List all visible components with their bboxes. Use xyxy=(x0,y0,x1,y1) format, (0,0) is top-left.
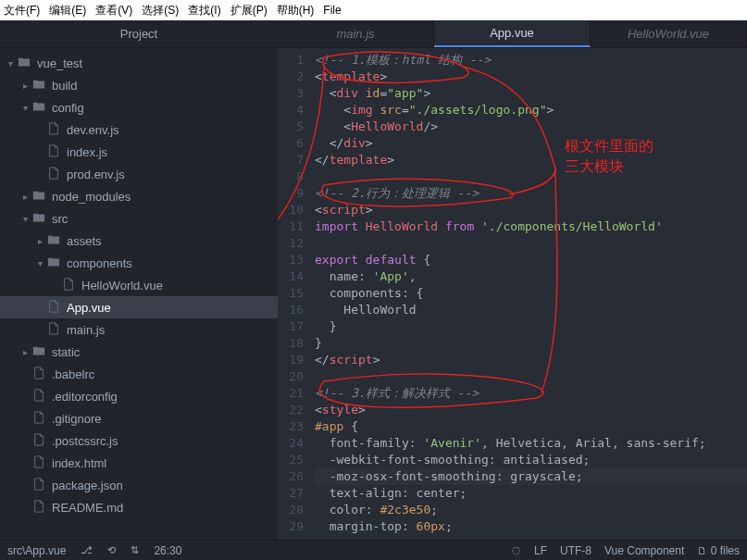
tree-file[interactable]: index.html xyxy=(0,452,278,474)
code-line[interactable]: name: 'App', xyxy=(315,268,747,285)
code-content[interactable]: <!-- 1.模板：html 结构 --><template> <div id=… xyxy=(315,48,747,540)
code-line[interactable]: <HelloWorld/> xyxy=(315,118,747,135)
chevron-icon[interactable] xyxy=(19,436,31,446)
code-line[interactable]: } xyxy=(315,318,747,335)
menu-item[interactable]: 查找(I) xyxy=(188,3,220,19)
code-line[interactable]: <img src="./assets/logo.png"> xyxy=(315,102,747,118)
code-line[interactable]: <template> xyxy=(315,68,747,85)
menu-item[interactable]: 扩展(P) xyxy=(230,3,268,19)
tree-file[interactable]: .babelrc xyxy=(0,363,278,385)
chevron-icon[interactable] xyxy=(19,103,31,113)
chevron-icon[interactable] xyxy=(19,369,31,380)
code-line[interactable]: <!-- 1.模板：html 结构 --> xyxy=(315,52,747,68)
code-line[interactable]: text-align: center; xyxy=(315,485,747,502)
editor-tab[interactable]: HelloWorld.vue xyxy=(591,20,747,47)
code-line[interactable]: </div> xyxy=(315,135,747,152)
chevron-icon[interactable] xyxy=(19,81,31,91)
chevron-icon[interactable] xyxy=(33,325,46,335)
file-tree[interactable]: vue_testbuildconfig dev.env.js index.js … xyxy=(0,48,278,540)
chevron-icon[interactable] xyxy=(33,147,46,157)
editor-tab[interactable]: App.vue xyxy=(434,20,591,47)
chevron-icon[interactable] xyxy=(19,414,31,424)
tree-file[interactable]: dev.env.js xyxy=(0,118,278,141)
file-icon xyxy=(31,455,46,471)
tree-file[interactable]: package.json xyxy=(0,474,278,496)
code-line[interactable]: export default { xyxy=(315,252,747,268)
tree-file[interactable]: prod.env.js xyxy=(0,163,278,185)
tree-folder[interactable]: components xyxy=(0,252,278,274)
tree-folder[interactable]: vue_test xyxy=(0,52,278,74)
code-line[interactable]: font-family: 'Avenir', Helvetica, Arial,… xyxy=(315,435,747,452)
code-line[interactable]: HelloWorld xyxy=(315,302,747,318)
tree-file[interactable]: README.md xyxy=(0,496,278,518)
menu-item[interactable]: 查看(V) xyxy=(95,3,132,19)
tree-file[interactable]: .gitignore xyxy=(0,407,278,429)
code-line[interactable]: import HelloWorld from './components/Hel… xyxy=(315,218,747,235)
code-line[interactable]: <!-- 2.行为：处理逻辑 --> xyxy=(315,185,747,202)
code-line[interactable]: -moz-osx-font-smoothing: grayscale; xyxy=(315,468,747,485)
chevron-icon[interactable] xyxy=(33,125,46,135)
chevron-icon[interactable] xyxy=(19,347,31,357)
tree-file[interactable]: .postcssrc.js xyxy=(0,429,278,452)
chevron-icon[interactable] xyxy=(33,258,46,268)
code-line[interactable]: -webkit-font-smoothing: antialiased; xyxy=(315,452,747,468)
code-line[interactable]: <style> xyxy=(315,402,747,418)
code-line[interactable]: color: #2c3e50; xyxy=(315,502,747,518)
sync-icon[interactable]: ⟲ xyxy=(107,544,116,556)
code-line[interactable]: #app { xyxy=(315,418,747,435)
tree-folder[interactable]: static xyxy=(0,341,278,363)
tree-file[interactable]: .editorconfig xyxy=(0,385,278,407)
diff-icon[interactable]: ⇅ xyxy=(131,544,139,556)
status-lf[interactable]: LF xyxy=(534,544,547,557)
status-lang[interactable]: Vue Component xyxy=(604,544,684,557)
code-line[interactable] xyxy=(315,368,747,385)
tree-folder[interactable]: config xyxy=(0,96,278,118)
chevron-icon[interactable] xyxy=(19,214,31,224)
menu-item[interactable]: 选择(S) xyxy=(142,3,179,19)
branch-icon[interactable]: ⎇ xyxy=(81,544,93,556)
tree-folder[interactable]: node_modules xyxy=(0,185,278,207)
github-icon[interactable]: ◌ xyxy=(512,544,521,556)
tree-folder[interactable]: assets xyxy=(0,230,278,252)
chevron-icon[interactable] xyxy=(33,236,46,246)
code-line[interactable]: <script> xyxy=(315,202,747,218)
chevron-icon[interactable] xyxy=(19,458,31,468)
menu-item[interactable]: 帮助(H) xyxy=(277,3,315,19)
folder-icon xyxy=(17,56,31,71)
menu-item[interactable]: 编辑(E) xyxy=(49,3,86,19)
code-line[interactable]: components: { xyxy=(315,285,747,302)
chevron-icon[interactable] xyxy=(19,192,31,202)
tree-file[interactable]: index.js xyxy=(0,141,278,163)
menu-item[interactable]: File xyxy=(323,4,341,17)
tree-folder[interactable]: build xyxy=(0,74,278,96)
code-line[interactable]: } xyxy=(315,335,747,352)
file-icon xyxy=(31,367,46,382)
status-files[interactable]: 🗋 0 files xyxy=(697,544,740,557)
chevron-icon[interactable] xyxy=(19,392,31,402)
tree-file[interactable]: main.js xyxy=(0,318,278,341)
chevron-icon[interactable] xyxy=(48,280,61,291)
tree-item-label: .postcssrc.js xyxy=(52,434,118,448)
code-line[interactable]: <div id="app"> xyxy=(315,85,747,102)
status-encoding[interactable]: UTF-8 xyxy=(560,544,591,557)
tree-file[interactable]: App.vue xyxy=(0,296,278,318)
code-line[interactable]: </script> xyxy=(315,352,747,368)
chevron-icon[interactable] xyxy=(19,503,31,513)
code-area[interactable]: 1234567891011121314151617181920212223242… xyxy=(278,48,747,540)
menubar: 文件(F)编辑(E)查看(V)选择(S)查找(I)扩展(P)帮助(H)File xyxy=(0,0,747,20)
file-icon xyxy=(46,144,61,160)
code-line[interactable] xyxy=(315,168,747,185)
code-line[interactable]: margin-top: 60px; xyxy=(315,518,747,535)
chevron-icon[interactable] xyxy=(33,303,46,313)
editor-tab[interactable]: main.js xyxy=(278,20,434,47)
code-line[interactable] xyxy=(315,235,747,252)
code-line[interactable]: </template> xyxy=(315,152,747,168)
tree-file[interactable]: HelloWorld.vue xyxy=(0,274,278,296)
tree-item-label: src xyxy=(52,212,68,226)
menu-item[interactable]: 文件(F) xyxy=(4,3,40,19)
code-line[interactable]: <!-- 3.样式：解决样式 --> xyxy=(315,385,747,402)
chevron-icon[interactable] xyxy=(19,480,31,491)
chevron-icon[interactable] xyxy=(4,58,17,68)
chevron-icon[interactable] xyxy=(33,169,46,180)
tree-folder[interactable]: src xyxy=(0,207,278,230)
